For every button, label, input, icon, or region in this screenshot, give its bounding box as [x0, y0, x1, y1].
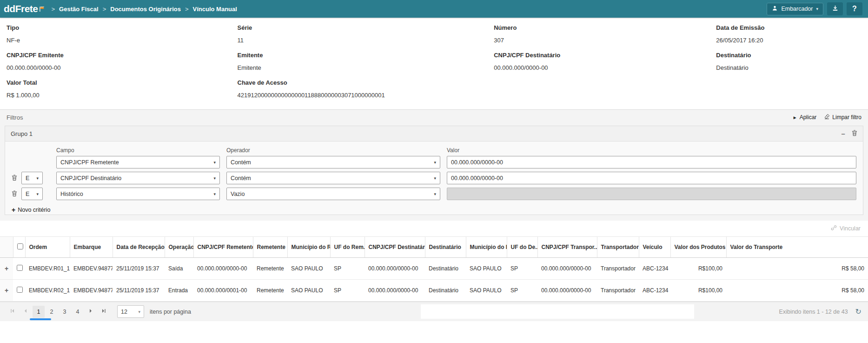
operador-select[interactable]: Contém ▾ [226, 172, 440, 184]
field-serie: Série 11 [238, 24, 494, 44]
next-page-button[interactable] [85, 306, 97, 318]
new-criteria-button[interactable]: + Novo critério [12, 206, 50, 214]
campo-select[interactable]: CNPJ/CPF Remetente ▾ [56, 156, 220, 168]
field-value: 00.000.000/0000-00 [7, 64, 232, 71]
column-header-uf-remetente[interactable]: UF do Rem... [330, 237, 364, 258]
criteria-column-headers: Campo Operador Valor [5, 147, 863, 154]
page-button-1[interactable]: 1 [33, 306, 45, 318]
valor-input[interactable] [447, 172, 856, 184]
trash-icon [12, 190, 17, 198]
campo-select[interactable]: CNPJ/CPF Destinatário ▾ [56, 172, 220, 184]
trash-icon [12, 175, 17, 182]
breadcrumb-separator: > [103, 6, 106, 13]
page-size-select[interactable]: 12 ▾ [117, 305, 144, 318]
breadcrumb-item-documentos-originarios[interactable]: Documentos Originários [110, 6, 181, 13]
column-header-transportador[interactable]: Transportador [597, 237, 639, 258]
cell-operacao: Saída [165, 258, 193, 280]
cell-embarque: EMBDEV.94877 [70, 258, 113, 280]
column-header-uf-destinatario[interactable]: UF do De... [507, 237, 537, 258]
page-button-4[interactable]: 4 [72, 306, 84, 318]
column-header-municipio-remetente[interactable]: Município do Re... [287, 237, 330, 258]
delete-criteria-button[interactable] [12, 175, 17, 182]
field-cnpj-emitente: CNPJ/CPF Emitente 00.000.000/0000-00 [7, 52, 238, 71]
page-button-3[interactable]: 3 [59, 306, 71, 318]
cell-transportador: Transportador [597, 258, 639, 280]
column-header-veiculo[interactable]: Veículo [639, 237, 670, 258]
user-menu-button[interactable]: Embarcador ▾ [767, 3, 823, 15]
cell-data-recepcao: 25/11/2019 15:37 [113, 280, 165, 302]
delete-group-button[interactable] [852, 130, 857, 137]
column-header-operacao[interactable]: Operação [165, 237, 193, 258]
page-button-2[interactable]: 2 [46, 306, 58, 318]
cell-cnpj-remetente: 00.000.000/0000-00 [193, 258, 253, 280]
cell-veiculo: ABC-1234 [639, 280, 670, 302]
row-select-cell [13, 258, 25, 280]
horizontal-scrollbar-thumb[interactable] [30, 318, 51, 320]
campo-select[interactable]: Histórico ▾ [56, 188, 220, 200]
column-header-municipio-destinatario[interactable]: Município do De... [466, 237, 507, 258]
refresh-button[interactable]: ↻ [855, 308, 861, 316]
cell-cnpj-remetente: 00.000.000/0001-00 [193, 280, 253, 302]
row-select-cell [13, 280, 25, 302]
select-all-checkbox[interactable] [17, 243, 23, 249]
cell-remetente: Remetente [253, 258, 287, 280]
field-label: CNPJ/CPF Emitente [7, 52, 232, 59]
question-mark-icon: ? [852, 5, 857, 13]
help-button[interactable]: ? [847, 2, 862, 15]
cell-uf-destinatario: SP [507, 280, 537, 302]
chevron-down-icon: ▾ [213, 160, 216, 165]
valor-input-disabled [447, 188, 856, 200]
vincular-button[interactable]: Vincular [831, 225, 861, 232]
clear-filter-button[interactable]: Limpar filtro [824, 114, 861, 121]
download-button[interactable] [827, 2, 843, 15]
connector-select[interactable]: E ▾ [21, 172, 43, 184]
vincular-bar: Vincular [0, 221, 868, 236]
expand-row-button[interactable]: + [5, 265, 8, 272]
pager: 1 2 3 4 12 ▾ itens por página Exibindo i… [0, 302, 868, 321]
filter-group-body: Campo Operador Valor CNPJ/CPF Remetente … [5, 147, 863, 214]
collapse-group-button[interactable]: − [841, 130, 845, 137]
first-page-button[interactable] [7, 306, 19, 318]
chevron-down-icon: ▾ [138, 309, 140, 314]
last-page-button[interactable] [98, 306, 110, 318]
operador-select[interactable]: Vazio ▾ [226, 188, 440, 200]
connector-select[interactable]: E ▾ [21, 188, 43, 200]
filter-group-title: Grupo 1 [11, 130, 33, 137]
field-value: 26/05/2017 16:20 [716, 37, 856, 44]
breadcrumb-item-gestao-fiscal[interactable]: Gestão Fiscal [59, 6, 99, 13]
last-page-icon [101, 308, 106, 315]
field-value: 4219120000000000000011888000000307100000… [238, 92, 489, 99]
row-checkbox[interactable] [17, 287, 23, 293]
column-header-valor-transporte[interactable]: Valor do Transporte [726, 237, 868, 258]
previous-page-button[interactable] [20, 306, 32, 318]
chevron-down-icon: ▾ [434, 160, 436, 165]
operador-select[interactable]: Contém ▾ [226, 156, 440, 168]
apply-filter-button[interactable]: ► Aplicar [793, 114, 817, 121]
cell-destinatario: Destinatário [425, 258, 466, 280]
column-header-ordem[interactable]: Ordem [25, 237, 70, 258]
delete-criteria-button[interactable] [12, 190, 17, 198]
link-icon [831, 225, 837, 232]
column-header-remetente[interactable]: Remetente [253, 237, 287, 258]
plus-icon: + [5, 265, 8, 272]
column-header-cnpj-destinatario[interactable]: CNPJ/CPF Destinatário [364, 237, 425, 258]
pager-status: Exibindo itens 1 - 12 de 43 [779, 309, 848, 315]
minus-icon: − [841, 130, 845, 137]
apply-filter-label: Aplicar [800, 114, 817, 121]
field-value: NF-e [7, 37, 232, 44]
column-header-valor-produtos[interactable]: Valor dos Produtos [670, 237, 726, 258]
row-checkbox[interactable] [17, 265, 23, 271]
campo-select-value: Histórico [60, 191, 83, 197]
column-header-cnpj-remetente[interactable]: CNPJ/CPF Remetente [193, 237, 253, 258]
app-logo[interactable]: ddFrete [4, 3, 45, 14]
column-header-data-recepcao[interactable]: Data de Recepção [113, 237, 165, 258]
cell-municipio-remetente: SAO PAULO [287, 280, 330, 302]
clear-filter-label: Limpar filtro [832, 114, 861, 121]
column-header-embarque[interactable]: Embarque [70, 237, 113, 258]
column-header-cnpj-transportador[interactable]: CNPJ/CPF Transpor... [537, 237, 597, 258]
column-header-destinatario[interactable]: Destinatário [425, 237, 466, 258]
cell-uf-remetente: SP [330, 280, 364, 302]
valor-input[interactable] [447, 156, 856, 168]
expand-row-button[interactable]: + [5, 287, 8, 294]
cell-municipio-destinatario: SAO PAULO [466, 280, 507, 302]
